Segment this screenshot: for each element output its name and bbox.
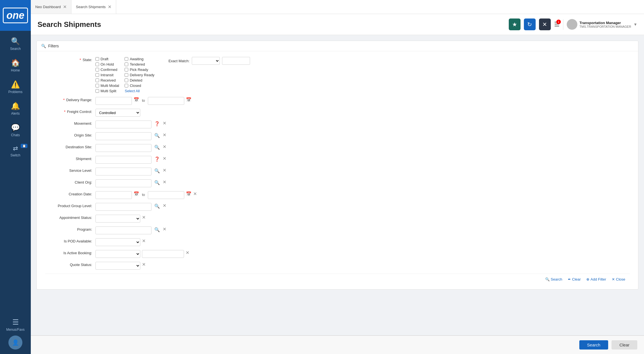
destination-site-clear-button[interactable]: ✕ (163, 144, 166, 149)
checkbox-deleted-input[interactable] (125, 78, 128, 82)
checkbox-pick-ready-input[interactable] (125, 68, 128, 71)
search-link[interactable]: 🔍 Search (545, 277, 562, 281)
client-org-clear-button[interactable]: ✕ (163, 179, 166, 185)
checkbox-multi-modal[interactable]: Multi Modal (95, 84, 119, 88)
program-input[interactable] (95, 226, 151, 234)
is-pod-clear-button[interactable]: ✕ (142, 238, 146, 244)
checkbox-confirmed-label: Confirmed (101, 68, 117, 72)
close-tab-icon[interactable]: ✕ (63, 4, 67, 10)
star-button[interactable]: ★ (509, 18, 521, 30)
star-icon: ★ (512, 21, 517, 28)
user-avatar-sidebar[interactable]: 👤 (8, 336, 22, 350)
appointment-status-clear-button[interactable]: ✕ (142, 215, 146, 220)
quote-status-select[interactable]: Pending Approved Rejected (95, 262, 140, 270)
program-search-button[interactable]: 🔍 (153, 226, 161, 233)
service-level-input[interactable] (95, 168, 151, 175)
clear-button[interactable]: Clear (612, 340, 637, 350)
shipment-help-button[interactable]: ❓ (153, 156, 161, 162)
is-active-booking-select[interactable]: Yes No (95, 250, 140, 258)
checkbox-tendered-input[interactable] (125, 63, 128, 66)
select-all-link[interactable]: Select All (125, 89, 154, 93)
service-level-clear-button[interactable]: ✕ (163, 168, 166, 173)
checkbox-multi-split[interactable]: Multi Split (95, 89, 119, 93)
client-org-search-button[interactable]: 🔍 (153, 179, 161, 186)
sidebar-item-problems[interactable]: ⚠️ Problems (0, 76, 31, 98)
destination-site-input[interactable] (95, 144, 151, 152)
app-logo[interactable]: one (0, 0, 31, 31)
product-group-search-button[interactable]: 🔍 (153, 203, 161, 209)
checkbox-received-input[interactable] (95, 78, 99, 82)
checkbox-deleted[interactable]: Deleted (125, 78, 154, 82)
is-active-booking-clear-button[interactable]: ✕ (186, 250, 189, 255)
checkbox-received[interactable]: Received (95, 78, 119, 82)
close-tab-icon[interactable]: ✕ (108, 4, 111, 10)
tab-neo-dashboard[interactable]: Neo Dashboard ✕ (31, 0, 71, 14)
checkbox-on-hold[interactable]: On Hold (95, 62, 119, 66)
product-group-input[interactable] (95, 203, 151, 211)
clear-link[interactable]: ✒ Clear (568, 277, 581, 281)
appointment-status-select[interactable]: Pending Confirmed Cancelled (95, 215, 140, 223)
checkbox-delivery-ready-input[interactable] (125, 73, 128, 77)
search-button[interactable]: Search (579, 340, 608, 350)
movement-help-button[interactable]: ❓ (153, 121, 161, 127)
refresh-button[interactable]: ↻ (524, 18, 536, 30)
movement-input[interactable] (95, 121, 151, 128)
exact-match-input[interactable] (222, 57, 250, 65)
origin-site-input[interactable] (95, 132, 151, 140)
notification-button[interactable]: ☰ 1 (554, 21, 560, 28)
shipment-input[interactable] (95, 156, 151, 164)
freight-control-select[interactable]: Controlled Uncontrolled All (95, 109, 140, 117)
origin-site-clear-button[interactable]: ✕ (163, 132, 166, 138)
creation-date-from-calendar-icon[interactable]: 📅 (134, 191, 139, 196)
delivery-range-from-input[interactable] (95, 97, 132, 105)
creation-date-from-input[interactable] (95, 191, 132, 199)
close-button[interactable]: ✕ (539, 18, 551, 30)
tab-search-shipments[interactable]: Search Shipments ✕ (71, 0, 116, 14)
quote-status-clear-button[interactable]: ✕ (142, 262, 146, 267)
destination-site-search-button[interactable]: 🔍 (153, 144, 161, 151)
checkbox-closed[interactable]: Closed (125, 84, 154, 88)
checkbox-confirmed[interactable]: Confirmed (95, 68, 119, 72)
checkbox-delivery-ready[interactable]: Delivery Ready (125, 73, 154, 77)
checkbox-awaiting-input[interactable] (125, 57, 128, 61)
calendar-to-icon[interactable]: 📅 (186, 97, 192, 102)
client-org-input[interactable] (95, 179, 151, 187)
checkbox-draft[interactable]: Draft (95, 57, 119, 61)
sidebar-item-alerts[interactable]: 🔔 Alerts (0, 98, 31, 119)
checkbox-intransit-input[interactable] (95, 73, 99, 77)
checkbox-confirmed-input[interactable] (95, 68, 99, 71)
origin-site-search-button[interactable]: 🔍 (153, 132, 161, 139)
checkbox-draft-label: Draft (101, 57, 108, 61)
product-group-clear-button[interactable]: ✕ (163, 203, 166, 208)
is-active-booking-extra-input[interactable] (142, 250, 184, 258)
program-clear-button[interactable]: ✕ (163, 226, 166, 232)
sidebar-item-chats[interactable]: 💬 Chats (0, 119, 31, 141)
creation-date-to-calendar-icon[interactable]: 📅 (186, 191, 192, 196)
checkbox-multi-modal-input[interactable] (95, 84, 99, 87)
creation-date-clear-button[interactable]: ✕ (193, 191, 197, 196)
checkbox-draft-input[interactable] (95, 57, 99, 61)
checkbox-closed-input[interactable] (125, 84, 128, 87)
exact-match-select[interactable]: Yes No (192, 57, 220, 65)
sidebar-item-switch[interactable]: ⇄ 📋 Switch (0, 141, 31, 161)
service-level-search-button[interactable]: 🔍 (153, 168, 161, 174)
checkbox-multi-split-input[interactable] (95, 89, 99, 93)
creation-date-to-input[interactable] (148, 191, 184, 199)
sidebar-item-menus[interactable]: ☰ Menus/Favs (0, 314, 31, 336)
checkbox-intransit[interactable]: Intransit (95, 73, 119, 77)
checkbox-tendered[interactable]: Tendered (125, 62, 154, 66)
shipment-label: Shipment: (45, 156, 95, 161)
delivery-range-to-input[interactable] (148, 97, 184, 105)
checkbox-pick-ready[interactable]: Pick Ready (125, 68, 154, 72)
user-dropdown-arrow[interactable]: ▼ (633, 22, 637, 27)
movement-clear-button[interactable]: ✕ (163, 121, 166, 126)
calendar-from-icon[interactable]: 📅 (134, 97, 139, 102)
add-filter-link[interactable]: ⊕ Add Filter (586, 277, 606, 281)
sidebar-item-home[interactable]: 🏠 Home (0, 55, 31, 76)
sidebar-item-search[interactable]: 🔍 Search (0, 33, 31, 55)
checkbox-on-hold-input[interactable] (95, 63, 99, 66)
close-link[interactable]: ✕ Close (612, 277, 625, 281)
is-pod-select[interactable]: Yes No (95, 238, 140, 246)
shipment-clear-button[interactable]: ✕ (163, 156, 166, 161)
checkbox-awaiting[interactable]: Awaiting (125, 57, 154, 61)
